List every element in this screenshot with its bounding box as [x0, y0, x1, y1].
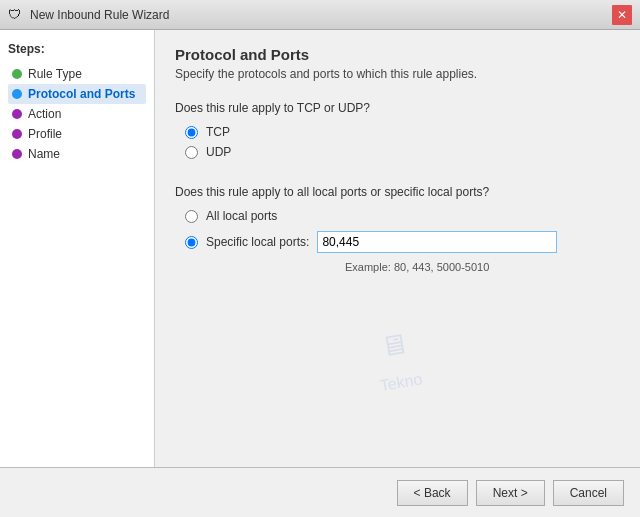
dot-action	[12, 109, 22, 119]
all-ports-radio-item: All local ports	[185, 209, 620, 223]
ports-question: Does this rule apply to all local ports …	[175, 185, 620, 199]
bottom-bar: < Back Next > Cancel	[0, 467, 640, 517]
watermark: 🖥Tekno	[371, 325, 425, 399]
title-bar: 🛡 New Inbound Rule Wizard ✕	[0, 0, 640, 30]
sidebar-label-profile: Profile	[28, 127, 62, 141]
tcp-udp-question: Does this rule apply to TCP or UDP?	[175, 101, 620, 115]
steps-label: Steps:	[8, 42, 146, 56]
sidebar: Steps: Rule Type Protocol and Ports Acti…	[0, 30, 155, 467]
udp-radio[interactable]	[185, 146, 198, 159]
sidebar-label-protocol-ports: Protocol and Ports	[28, 87, 135, 101]
next-button[interactable]: Next >	[476, 480, 545, 506]
content-area: Steps: Rule Type Protocol and Ports Acti…	[0, 30, 640, 467]
title-bar-left: 🛡 New Inbound Rule Wizard	[8, 7, 169, 23]
app-icon: 🛡	[8, 7, 24, 23]
sidebar-label-name: Name	[28, 147, 60, 161]
tcp-udp-radio-group: TCP UDP	[175, 125, 620, 165]
sidebar-item-protocol-ports[interactable]: Protocol and Ports	[8, 84, 146, 104]
all-ports-label[interactable]: All local ports	[206, 209, 277, 223]
ports-radio-group: All local ports Specific local ports: Ex…	[175, 209, 620, 273]
close-button[interactable]: ✕	[612, 5, 632, 25]
tcp-label[interactable]: TCP	[206, 125, 230, 139]
specific-ports-radio-item: Specific local ports:	[185, 231, 620, 253]
watermark-area: 🖥Tekno	[175, 273, 620, 451]
dot-profile	[12, 129, 22, 139]
sidebar-item-action[interactable]: Action	[8, 104, 146, 124]
dot-rule-type	[12, 69, 22, 79]
sidebar-label-rule-type: Rule Type	[28, 67, 82, 81]
udp-label[interactable]: UDP	[206, 145, 231, 159]
sidebar-item-profile[interactable]: Profile	[8, 124, 146, 144]
example-text: Example: 80, 443, 5000-5010	[345, 261, 620, 273]
back-button[interactable]: < Back	[397, 480, 468, 506]
specific-ports-label[interactable]: Specific local ports:	[206, 235, 309, 249]
specific-ports-input[interactable]	[317, 231, 557, 253]
sidebar-item-rule-type[interactable]: Rule Type	[8, 64, 146, 84]
tcp-radio[interactable]	[185, 126, 198, 139]
specific-ports-radio[interactable]	[185, 236, 198, 249]
dot-name	[12, 149, 22, 159]
watermark-text: Tekno	[379, 370, 424, 394]
page-title: Protocol and Ports	[175, 46, 620, 63]
sidebar-label-action: Action	[28, 107, 61, 121]
udp-radio-item: UDP	[185, 145, 620, 159]
right-panel: Protocol and Ports Specify the protocols…	[155, 30, 640, 467]
tcp-radio-item: TCP	[185, 125, 620, 139]
title-bar-text: New Inbound Rule Wizard	[30, 8, 169, 22]
page-subtitle: Specify the protocols and ports to which…	[175, 67, 620, 81]
all-ports-radio[interactable]	[185, 210, 198, 223]
sidebar-item-name[interactable]: Name	[8, 144, 146, 164]
main-container: Steps: Rule Type Protocol and Ports Acti…	[0, 30, 640, 517]
cancel-button[interactable]: Cancel	[553, 480, 624, 506]
dot-protocol-ports	[12, 89, 22, 99]
